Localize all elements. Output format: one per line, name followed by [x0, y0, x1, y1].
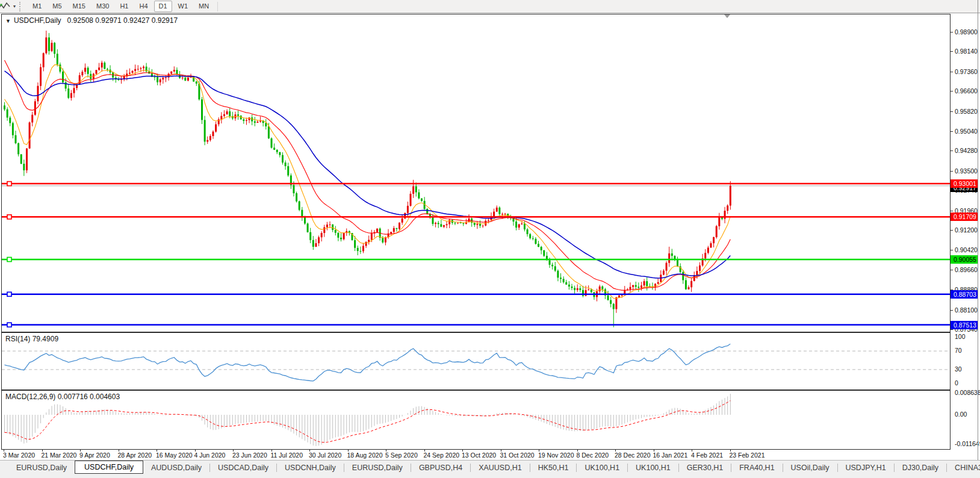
- chart-tab-uk100-h1[interactable]: UK100,H1: [628, 462, 678, 473]
- candle-body: [132, 71, 134, 73]
- date-label: 30 Jul 2020: [309, 452, 341, 459]
- chart-tab-gbpusd-h4[interactable]: GBPUSD,H4: [411, 462, 470, 473]
- candle-body: [196, 82, 197, 84]
- candle-body: [635, 285, 637, 287]
- timeframe-button-m30[interactable]: M30: [91, 1, 114, 12]
- timeframe-button-mn[interactable]: MN: [194, 1, 214, 12]
- chart-tab-usdcad-daily[interactable]: USDCAD,Daily: [210, 462, 276, 473]
- toolbar-grip-handle[interactable]: [19, 2, 23, 11]
- candle-body: [34, 101, 36, 114]
- candle-body: [357, 248, 359, 251]
- chart-shift-marker-icon[interactable]: [724, 14, 730, 18]
- chart-tab-dj30-daily[interactable]: DJ30,Daily: [895, 462, 946, 473]
- candle-body: [23, 164, 25, 170]
- candle-body: [457, 223, 459, 223]
- candle-body: [541, 247, 542, 250]
- candle-body: [435, 223, 436, 224]
- candle-body: [727, 205, 728, 211]
- main-chart-panel[interactable]: ▼USDCHF,Daily0.92508 0.92971 0.92427 0.9…: [1, 14, 951, 332]
- candle-body: [438, 223, 439, 224]
- timeframe-button-m1[interactable]: M1: [28, 1, 46, 12]
- candle-body: [615, 297, 617, 309]
- candle-body: [402, 219, 403, 223]
- timeframe-button-d1[interactable]: D1: [154, 1, 172, 12]
- candle-body: [246, 120, 247, 120]
- chart-tab-usdchf-daily[interactable]: USDCHF,Daily: [75, 461, 143, 474]
- chart-tab-eurusd-daily[interactable]: EURUSD,Daily: [8, 462, 75, 473]
- chart-ohlc-values: 0.92508 0.92971 0.92427 0.92917: [67, 16, 178, 25]
- chart-tab-audusd-daily[interactable]: AUDUSD,Daily: [143, 462, 209, 473]
- chart-tab-hk50-h1[interactable]: HK50,H1: [530, 462, 577, 473]
- chart-tab-china300-h1[interactable]: CHINA300,H1: [947, 462, 980, 473]
- candle-body: [318, 237, 320, 243]
- candle-body: [407, 206, 409, 213]
- candle-body: [696, 271, 698, 275]
- candle-body: [9, 117, 11, 123]
- candle-body: [259, 121, 261, 122]
- chart-tab-ger30-h1[interactable]: GER30,H1: [679, 462, 731, 473]
- rsi-indicator-panel[interactable]: RSI(14) 79.4909: [1, 332, 951, 390]
- chart-tab-usoil-daily[interactable]: USOil,Daily: [783, 462, 837, 473]
- chart-tab-usdcnh-daily[interactable]: USDCNH,Daily: [277, 462, 344, 473]
- timeframe-button-w1[interactable]: W1: [173, 1, 193, 12]
- candle-body: [4, 105, 5, 109]
- candle-body: [685, 280, 687, 289]
- candle-body: [184, 78, 186, 81]
- chart-tab-xauusd-h1[interactable]: XAUUSD,H1: [471, 462, 530, 473]
- candle-body: [443, 225, 445, 227]
- candle-body: [335, 230, 336, 233]
- candle-body: [730, 186, 731, 206]
- level-handle: [7, 182, 11, 186]
- candle-body: [663, 271, 665, 275]
- candle-body: [84, 68, 86, 72]
- toolbar-dropdown-caret[interactable]: ▾: [13, 4, 16, 9]
- candle-body: [81, 72, 83, 75]
- level-handle: [7, 257, 11, 261]
- candle-body: [632, 285, 634, 287]
- candle-body: [654, 284, 656, 287]
- candle-body: [223, 114, 225, 116]
- candle-body: [143, 67, 144, 69]
- indicator-zigzag-icon[interactable]: [0, 1, 13, 12]
- price-tick-label: 0.97360: [955, 68, 978, 75]
- candle-body: [535, 239, 536, 244]
- candle-body: [293, 185, 294, 193]
- level-price-tag: 0.88703: [951, 290, 978, 299]
- candle-body: [554, 266, 556, 270]
- candle-body: [568, 285, 570, 287]
- candle-body: [98, 67, 100, 70]
- timeframe-button-m15[interactable]: M15: [68, 1, 90, 12]
- chart-tab-eurusd-daily[interactable]: EURUSD,Daily: [344, 462, 411, 473]
- timeframe-button-m5[interactable]: M5: [48, 1, 66, 12]
- macd-indicator-panel[interactable]: MACD(12,26,9) 0.007716 0.004603: [1, 390, 951, 450]
- candlestick-chart[interactable]: [2, 14, 950, 332]
- chart-tab-usdjpy-h1[interactable]: USDJPY,H1: [838, 462, 894, 473]
- candle-body: [29, 122, 31, 148]
- candle-body: [682, 272, 684, 281]
- candle-body: [329, 225, 331, 225]
- price-axis[interactable]: 0.989000.981400.973600.966000.958200.950…: [951, 14, 978, 450]
- candle-body: [54, 43, 55, 54]
- candle-body: [273, 147, 275, 150]
- date-label: 5 Sep 2020: [385, 452, 418, 459]
- date-label: 18 Aug 2020: [347, 452, 383, 459]
- macd-plot: [2, 391, 950, 449]
- macd-tick-label: 0.008638: [955, 389, 980, 396]
- candle-body: [7, 110, 8, 118]
- timeframe-button-h4[interactable]: H4: [134, 1, 152, 12]
- symbol-dropdown-caret[interactable]: ▼: [5, 18, 11, 24]
- date-axis[interactable]: 3 Mar 202021 Mar 20209 Apr 202028 Apr 20…: [1, 450, 951, 460]
- level-handle: [7, 215, 11, 219]
- date-label: 3 Mar 2020: [3, 452, 35, 459]
- candle-body: [501, 214, 503, 215]
- price-tick: [951, 310, 953, 311]
- candle-body: [668, 253, 670, 263]
- rsi-tick-label: 100: [955, 333, 966, 340]
- candle-body: [276, 150, 278, 152]
- candle-body: [256, 122, 258, 123]
- chart-tab-uk100-h1[interactable]: UK100,H1: [577, 462, 627, 473]
- chart-tab-fra40-h1[interactable]: FRA40,H1: [731, 462, 782, 473]
- candle-body: [538, 244, 539, 247]
- timeframe-button-h1[interactable]: H1: [115, 1, 133, 12]
- candle-body: [390, 232, 392, 234]
